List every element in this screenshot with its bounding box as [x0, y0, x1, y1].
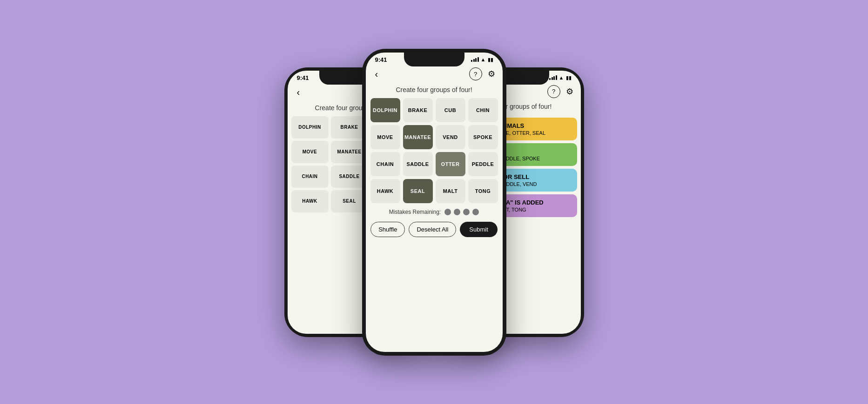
dot-2	[454, 209, 460, 215]
dot-4	[472, 209, 479, 215]
time-left: 9:41	[297, 74, 309, 81]
header-icons-right: ? ⚙	[547, 85, 573, 98]
back-button-center[interactable]: ‹	[373, 67, 380, 81]
battery-right: ▮▮	[566, 75, 572, 81]
mistake-dots	[444, 209, 479, 215]
battery-center: ▮▮	[488, 57, 493, 63]
tile-spoke-c[interactable]: SPOKE	[468, 125, 498, 149]
dot-3	[463, 209, 470, 215]
tile-chain-l[interactable]: CHAIN	[291, 166, 329, 188]
wifi-center: ▲	[481, 57, 486, 62]
time-center: 9:41	[375, 56, 387, 63]
tile-dolphin-c[interactable]: DOLPHIN	[370, 98, 400, 122]
tile-cub-c[interactable]: CUB	[436, 98, 465, 122]
signal-center	[471, 57, 479, 62]
settings-button-right[interactable]: ⚙	[566, 86, 573, 97]
app-header-center: ‹ ? ⚙	[366, 65, 503, 84]
back-button-left[interactable]: ‹	[295, 85, 302, 99]
mistakes-label: Mistakes Remaining:	[389, 209, 441, 215]
status-icons-center: ▲ ▮▮	[471, 57, 493, 63]
tile-move-c[interactable]: MOVE	[370, 125, 400, 149]
tile-vend-c[interactable]: VEND	[436, 125, 465, 149]
status-icons-right: ▲ ▮▮	[549, 75, 571, 81]
tile-peddle-c[interactable]: PEDDLE	[468, 152, 498, 176]
tile-hawk-l[interactable]: HAWK	[291, 190, 329, 212]
settings-button[interactable]: ⚙	[488, 69, 495, 79]
help-button-right[interactable]: ?	[547, 85, 560, 98]
tile-tong-c[interactable]: TONG	[468, 179, 498, 203]
bottom-buttons: Shuffle Deselect All Submit	[366, 219, 503, 240]
help-button[interactable]: ?	[469, 67, 482, 80]
tile-hawk-c[interactable]: HAWK	[370, 179, 400, 203]
word-grid-center: DOLPHIN BRAKE CUB CHIN MOVE MANATEE VEND…	[366, 98, 503, 203]
tile-chin-c[interactable]: CHIN	[468, 98, 498, 122]
tile-brake-c[interactable]: BRAKE	[403, 98, 433, 122]
tile-move-l[interactable]: MOVE	[291, 141, 329, 163]
deselect-all-button[interactable]: Deselect All	[409, 222, 456, 237]
header-icons-center: ? ⚙	[469, 67, 495, 80]
signal-right	[549, 75, 557, 80]
tile-manatee-c[interactable]: MANATEE	[403, 125, 433, 149]
tile-seal-c[interactable]: SEAL	[403, 179, 433, 203]
wifi-right: ▲	[559, 75, 564, 80]
mistakes-row: Mistakes Remaining:	[366, 203, 503, 219]
phone-center: 9:41 ▲ ▮▮ ‹ ? ⚙ Create four groups of fo…	[362, 49, 506, 356]
shuffle-button[interactable]: Shuffle	[370, 222, 405, 237]
tile-malt-c[interactable]: MALT	[436, 179, 465, 203]
tile-otter-c[interactable]: OTTER	[436, 152, 465, 176]
tile-dolphin-l[interactable]: DOLPHIN	[291, 116, 329, 139]
submit-button[interactable]: Submit	[460, 222, 497, 237]
dot-1	[444, 209, 451, 215]
subtitle-center: Create four groups of four!	[366, 84, 503, 98]
tile-chain-c[interactable]: CHAIN	[370, 152, 400, 176]
notch-center	[404, 53, 464, 66]
tile-saddle-c[interactable]: SADDLE	[403, 152, 433, 176]
